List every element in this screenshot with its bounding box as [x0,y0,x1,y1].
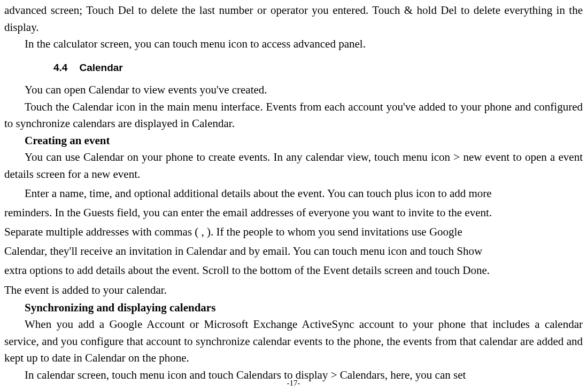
paragraph-calendar-icon: Touch the Calendar icon in the main menu… [4,99,583,132]
paragraph-sync-calendars: When you add a Google Account or Microso… [4,316,583,367]
page-number: -17- [0,377,587,389]
paragraph-calendar-open: You can open Calendar to view events you… [4,82,583,99]
subheading-creating-event: Creating an event [4,132,583,150]
paragraph-calculator-menu: In the calculator screen, you can touch … [4,36,583,53]
paragraph-event-details-f: The event is added to your calendar. [4,280,583,300]
section-number: 4.4 [53,60,67,76]
paragraph-event-details-c: Separate multiple addresses with commas … [4,222,583,241]
section-heading-calendar: 4.4Calendar [53,60,583,76]
paragraph-event-details-b: reminders. In the Guests field, you can … [4,203,583,222]
paragraph-calculator-del: advanced screen; Touch Del to delete the… [4,2,583,36]
section-title: Calendar [79,62,122,73]
subheading-sync-calendars: Synchronizing and displaying calendars [4,300,583,317]
paragraph-event-details-d: Calendar, they'll receive an invitation … [4,241,583,261]
paragraph-create-event: You can use Calendar on your phone to cr… [4,149,583,183]
paragraph-event-details-a: Enter a name, time, and optional additio… [4,184,583,203]
paragraph-event-details-e: extra options to add details about the e… [4,261,583,280]
